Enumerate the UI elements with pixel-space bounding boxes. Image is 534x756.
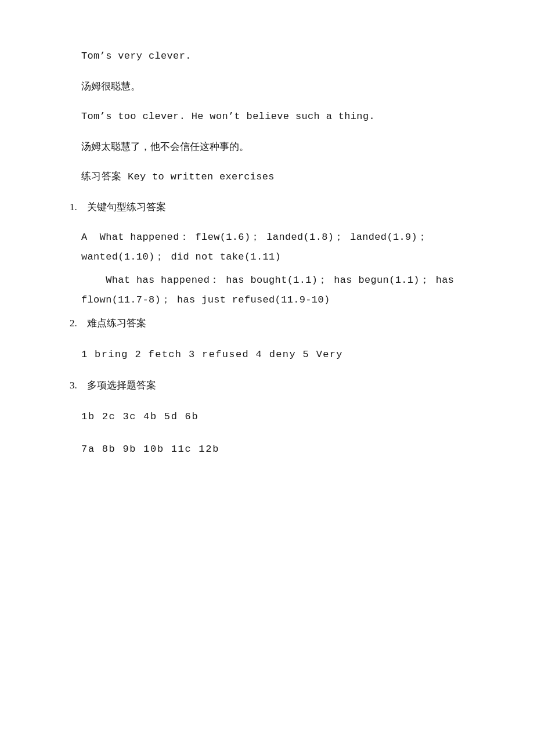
block-line2-en: Tom’s too clever. He won’t believe such … (81, 107, 499, 127)
text-tom-very-clever-en: Tom’s very clever. (81, 46, 499, 66)
block-line1-en: Tom’s very clever. (81, 46, 499, 66)
answers3-row1-text: 1b 2c 3c 4b 5d 6b (81, 406, 499, 427)
block-sub1-title: 1. 关键句型练习答案 (81, 197, 499, 217)
text-tom-very-clever-zh: 汤姆很聪慧。 (81, 77, 499, 96)
sub2-title-text: 2. 难点练习答案 (70, 314, 499, 333)
block-section-title: 练习答案 Key to written exercises (81, 167, 499, 187)
section-title-text: 练习答案 Key to written exercises (81, 167, 499, 187)
partA-label: A (81, 232, 88, 243)
sub3-title-text: 3. 多项选择题答案 (70, 376, 499, 395)
partA-wanted-text: wanted(1.10)； did not take(1.11) (81, 247, 499, 267)
partB-happened-content: What has happened： has bought(1.1)； has … (106, 275, 454, 286)
block-answers3-row1: 1b 2c 3c 4b 5d 6b (81, 406, 499, 427)
page-content: Tom’s very clever. 汤姆很聪慧。 Tom’s too clev… (81, 46, 499, 460)
block-line1-zh: 汤姆很聪慧。 (81, 77, 499, 96)
block-partA: A What happened： flew(1.6)； landed(1.8)；… (81, 228, 499, 267)
partB-happened-text: What has happened： has bought(1.1)； has … (81, 271, 499, 290)
partB-flown-text: flown(11.7-8)； has just refused(11.9-10) (81, 290, 499, 310)
block-sub3-title: 3. 多项选择题答案 (81, 376, 499, 395)
partA-happened-content: What happened： flew(1.6)； landed(1.8)； l… (100, 232, 428, 243)
text-tom-too-clever-en: Tom’s too clever. He won’t believe such … (81, 107, 499, 127)
block-answers3-row2: 7a 8b 9b 10b 11c 12b (81, 438, 499, 460)
partA-happened-text: A What happened： flew(1.6)； landed(1.8)；… (81, 228, 499, 247)
block-line2-zh: 汤姆太聪慧了，他不会信任这种事的。 (81, 137, 499, 157)
block-sub2-title: 2. 难点练习答案 (81, 314, 499, 333)
block-partB: What has happened： has bought(1.1)； has … (81, 271, 499, 310)
answers2-text: 1 bring 2 fetch 3 refused 4 deny 5 Very (81, 344, 499, 365)
block-answers2: 1 bring 2 fetch 3 refused 4 deny 5 Very (81, 344, 499, 365)
sub1-title-text: 1. 关键句型练习答案 (70, 197, 499, 217)
answers3-row2-text: 7a 8b 9b 10b 11c 12b (81, 438, 499, 460)
text-tom-too-clever-zh: 汤姆太聪慧了，他不会信任这种事的。 (81, 137, 499, 157)
